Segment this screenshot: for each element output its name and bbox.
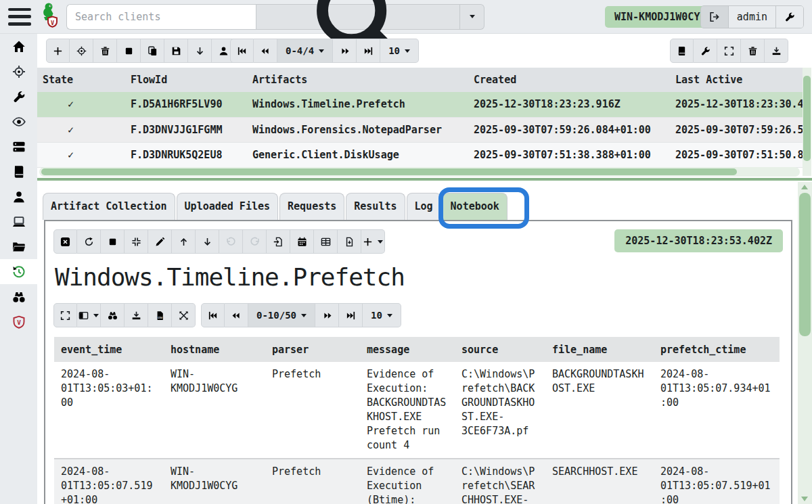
sidebar-item-server-config[interactable] [0,84,37,109]
scroll-down-arrow-icon[interactable] [801,497,808,501]
sidebar-item-server-events[interactable] [0,109,37,134]
client-id-button[interactable]: WIN-KMODJ1W0CYG [605,6,715,28]
recalculate-button[interactable] [77,229,101,254]
move-cell-up-button[interactable] [172,229,196,254]
add-timeline-button[interactable] [290,229,314,254]
scrollbar-thumb[interactable] [41,168,737,175]
artifacts-cell: Windows.Forensics.NotepadParser [247,117,468,142]
prev-page-icon [231,311,242,321]
add-cell-button[interactable] [361,229,385,254]
delete-button[interactable] [741,39,765,63]
build-collection-button[interactable] [694,39,717,63]
undo-button[interactable] [219,229,243,254]
sidebar-item-notebooks[interactable] [0,159,37,184]
page-vertical-scrollbar[interactable] [798,182,812,504]
next-page-button[interactable] [315,303,339,327]
tab-requests[interactable]: Requests [279,193,344,220]
expand-table-button[interactable] [172,303,196,327]
sidebar-item-home[interactable] [0,34,37,59]
user-settings-button[interactable] [775,6,803,28]
notebook-download-button[interactable] [338,229,361,254]
tab-log[interactable]: Log [407,193,441,220]
tab-results[interactable]: Results [346,193,405,220]
plus-icon [53,46,63,56]
sidebar-item-vfs[interactable] [0,234,37,259]
sidebar-item-shield[interactable] [0,309,37,334]
page-range-dropdown[interactable]: 0-10/50 [248,303,315,327]
crosshair-icon [76,46,87,56]
laptop-icon [12,215,26,229]
copy-collection-button[interactable] [141,39,164,63]
search-button[interactable] [256,4,460,30]
download-results-button[interactable] [188,39,212,63]
table-fullscreen-button[interactable] [53,303,77,327]
prev-page-button[interactable] [254,39,277,63]
client-search [66,4,484,30]
cell-timestamp-badge[interactable]: 2025-12-30T18:23:53.402Z [614,229,783,252]
sidebar-item-server-artifacts[interactable] [0,134,37,159]
sidebar-item-client-events[interactable] [0,284,37,309]
tab-uploaded-files[interactable]: Uploaded Files [177,193,278,220]
search-options-button[interactable] [460,4,484,30]
page-size-dropdown[interactable]: 10 [380,39,419,63]
collapse-cell-button[interactable] [125,229,148,254]
save-collection-button[interactable] [164,39,188,63]
result-row[interactable]: 2024-08-01T13:05:07.519+01:00 WIN-KMODJ1… [54,459,780,504]
first-page-button[interactable] [201,303,225,327]
scrollbar-thumb[interactable] [803,76,811,161]
edit-cell-button[interactable] [148,229,172,254]
close-cell-button[interactable] [53,229,77,254]
hamburger-menu-icon[interactable] [8,8,31,26]
move-cell-down-button[interactable] [196,229,219,254]
server-icon [12,140,26,154]
sidebar-item-interrogate[interactable] [0,209,37,234]
page-range-dropdown[interactable]: 0-4/4 [277,39,333,63]
delete-flow-button[interactable] [93,39,117,63]
page-size-dropdown[interactable]: 10 [363,303,401,327]
flow-row[interactable]: ✓ F.D3DNVJJG1FGMM Windows.Forensics.Note… [37,117,803,142]
export-csv-button[interactable] [148,303,172,327]
notebook-button[interactable] [670,39,694,63]
first-page-button[interactable] [230,39,254,63]
table-filter-button[interactable] [101,303,125,327]
copy-cell-button[interactable] [267,229,290,254]
sidebar-item-client-summary[interactable] [0,184,37,209]
sidebar-item-hunts[interactable] [0,59,37,84]
logout-button[interactable] [701,6,728,28]
first-page-icon [237,46,247,56]
column-select-dropdown[interactable] [77,303,101,327]
last-page-button[interactable] [339,303,363,327]
table-download-button[interactable] [125,303,148,327]
col-header-flowid: FlowId [125,68,247,92]
person-icon [219,46,229,56]
stop-flow-button[interactable] [117,39,141,63]
result-row[interactable]: 2024-08-01T13:05:03+01:00 WIN-KMODJ1W0CY… [54,362,780,459]
scroll-up-arrow-icon[interactable] [801,185,808,189]
flow-row[interactable]: ✓ F.D3DNRUK5Q2EU8 Generic.Client.DiskUsa… [37,142,803,167]
panel-divider[interactable] [37,178,812,181]
tab-notebook[interactable]: Notebook [443,193,508,220]
redo-button[interactable] [243,229,267,254]
last-page-button[interactable] [357,39,380,63]
flows-vertical-scrollbar[interactable] [803,68,811,176]
user-button[interactable]: admin [728,6,775,28]
prev-page-button[interactable] [225,303,248,327]
flow-row-selected[interactable]: ✓ F.D5A1H6RF5LV90 Windows.Timeline.Prefe… [37,92,803,117]
export-button[interactable] [765,39,788,63]
sidebar-item-collected-artifacts[interactable] [0,259,37,284]
last-page-icon [346,311,356,321]
tab-artifact-collection[interactable]: Artifact Collection [43,193,175,220]
new-collection-button[interactable] [46,39,70,63]
stop-calculation-button[interactable] [101,229,125,254]
hunt-from-flow-button[interactable] [70,39,93,63]
scrollbar-thumb[interactable] [799,193,811,336]
add-cell-from-table-button[interactable] [314,229,338,254]
trash-icon [748,46,758,56]
binoculars-icon [12,290,26,304]
flows-horizontal-scrollbar[interactable] [39,167,800,177]
fullscreen-button[interactable] [717,39,741,63]
event-time-cell: 2024-08-01T13:05:07.519+01:00 [54,459,164,504]
state-check-icon: ✓ [37,117,125,142]
next-page-button[interactable] [333,39,357,63]
search-input[interactable] [66,4,256,30]
